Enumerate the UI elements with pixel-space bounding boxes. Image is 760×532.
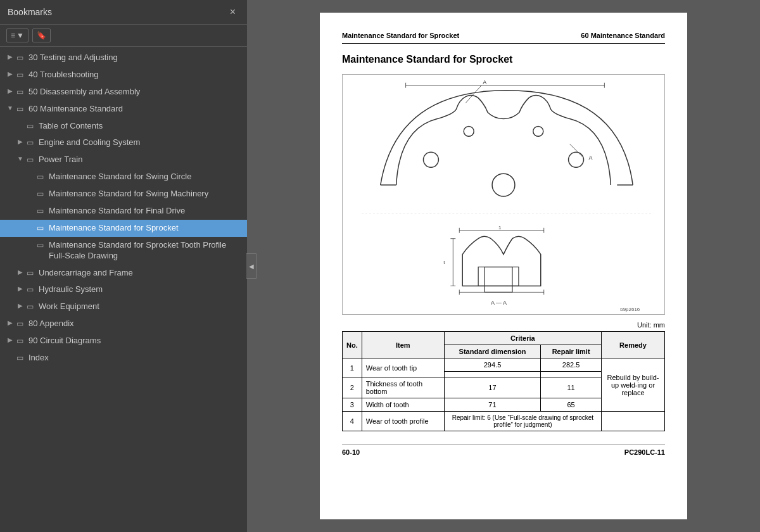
bookmark-view-button[interactable]: 🔖 (32, 28, 51, 42)
bookmark-icon-powertrain: ▭ (27, 155, 35, 164)
bookmarks-panel: Bookmarks × ≡ ▼ 🔖 ▭ 30 Testing and Adjus… (0, 0, 247, 532)
bookmark-icon-disassembly: ▭ (16, 87, 25, 96)
tree-item-label-finaldrive: Maintenance Standard for Final Drive (49, 206, 242, 217)
page-footer: 60-10 PC290LC-11 (342, 444, 665, 456)
expand-icon-circuits (5, 336, 15, 343)
row-std-3: 71 (444, 398, 541, 412)
page-document: Maintenance Standard for Sprocket 60 Mai… (320, 13, 687, 519)
close-button[interactable]: × (226, 5, 239, 19)
collapse-panel-button[interactable]: ◀ (246, 253, 256, 279)
row-remedy-1: Rebuild by build-up weld-ing or replace (602, 358, 665, 412)
bookmark-icon-swingcircle: ▭ (37, 172, 46, 181)
tree-item-testing[interactable]: ▭ 30 Testing and Adjusting (0, 49, 247, 66)
bookmark-icon-engine: ▭ (27, 138, 35, 147)
table-row: 1 Wear of tooth tip 294.5 282.5 Rebuild … (343, 358, 665, 372)
bookmark-icon-sprockettooth: ▭ (37, 241, 46, 250)
col-header-repair: Repair limit (541, 345, 602, 358)
bookmark-icon-index: ▭ (16, 353, 25, 362)
row-item-2: Thickness of tooth bottom (362, 377, 444, 398)
col-header-criteria: Criteria (444, 332, 601, 345)
tree-item-label-circuits: 90 Circuit Diagrams (28, 336, 242, 346)
tree-item-swingcircle[interactable]: ▭ Maintenance Standard for Swing Circle (0, 168, 247, 186)
tree-item-label-index: Index (28, 353, 242, 364)
col-header-no: No. (343, 332, 362, 358)
row-repair-1a: 282.5 (541, 358, 602, 372)
svg-text:A — A: A — A (491, 300, 507, 306)
tree-item-circuits[interactable]: ▭ 90 Circuit Diagrams (0, 332, 247, 350)
row-no-4: 4 (343, 412, 362, 431)
tree-item-label-powertrain: Power Train (39, 155, 242, 165)
tree-item-label-toc: Table of Contents (39, 121, 242, 132)
bookmark-icon-troubleshooting: ▭ (16, 70, 25, 79)
col-header-remedy: Remedy (602, 332, 665, 358)
svg-text:1: 1 (498, 225, 502, 231)
svg-point-3 (533, 126, 543, 136)
list-icon: ≡ (11, 31, 15, 40)
svg-text:A: A (483, 79, 486, 86)
svg-point-1 (569, 152, 584, 167)
tree-item-label-hydraulic: Hydraulic System (39, 284, 242, 295)
tree-item-label-disassembly: 50 Disassembly and Assembly (28, 87, 242, 98)
row-std-2: 17 (444, 377, 541, 398)
tree-item-label-swingcircle: Maintenance Standard for Swing Circle (49, 172, 242, 182)
tree-item-finaldrive[interactable]: ▭ Maintenance Standard for Final Drive (0, 203, 247, 220)
row-item-1: Wear of tooth tip (362, 358, 444, 377)
row-no-2: 2 (343, 377, 362, 398)
expand-icon-engine (15, 138, 25, 145)
tree-item-undercarriage[interactable]: ▭ Undercarriage and Frame (0, 265, 247, 282)
tree-item-maintenance60[interactable]: ▭ 60 Maintenance Standard (0, 101, 247, 118)
row-remedy-4 (602, 412, 665, 431)
expand-icon-powertrain (15, 155, 25, 162)
tree-item-hydraulic[interactable]: ▭ Hydraulic System (0, 281, 247, 298)
expand-icon-hydraulic (15, 285, 25, 292)
bookmark-icon-circuits: ▭ (16, 336, 25, 345)
svg-text:t: t (443, 260, 445, 265)
tree-item-label-swingmachinery: Maintenance Standard for Swing Machinery (49, 189, 242, 200)
panel-title: Bookmarks (8, 7, 52, 17)
svg-point-2 (464, 126, 474, 136)
tree-item-sprockettooth[interactable]: ▭ Maintenance Standard for Sprocket Toot… (0, 237, 247, 265)
bookmark-icon-undercarriage: ▭ (27, 269, 35, 277)
svg-point-0 (423, 152, 438, 167)
bookmark-icon-appendix: ▭ (16, 319, 25, 328)
panel-toolbar: ≡ ▼ 🔖 (0, 25, 247, 47)
tree-item-powertrain[interactable]: ▭ Power Train (0, 151, 247, 168)
tree-item-label-undercarriage: Undercarriage and Frame (39, 268, 242, 279)
row-repair-2: 11 (541, 377, 602, 398)
expand-icon-undercarriage (15, 269, 25, 276)
row-repair-3: 65 (541, 398, 602, 412)
svg-line-11 (570, 144, 583, 156)
expand-icon-troubleshooting (5, 70, 15, 77)
svg-point-4 (492, 174, 515, 196)
tree-item-disassembly[interactable]: ▭ 50 Disassembly and Assembly (0, 84, 247, 101)
bookmark-icon-sprocket: ▭ (37, 224, 46, 232)
row-item-4: Wear of tooth profile (362, 412, 444, 431)
tree-item-appendix[interactable]: ▭ 80 Appendix (0, 315, 247, 332)
expand-icon-maintenance60 (5, 104, 15, 111)
svg-rect-14 (484, 267, 512, 293)
tree-item-label-sprocket: Maintenance Standard for Sprocket (49, 223, 242, 234)
tree-item-index[interactable]: ▭ Index (0, 350, 247, 367)
bookmark-icon-maintenance60: ▭ (16, 104, 25, 113)
tree-item-label-troubleshooting: 40 Troubleshooting (28, 70, 242, 80)
bookmark-icon-finaldrive: ▭ (37, 206, 46, 215)
table-row: 4 Wear of tooth profile Repair limit: 6 … (343, 412, 665, 431)
tree-item-label-workequipment: Work Equipment (39, 301, 242, 312)
tree-item-troubleshooting[interactable]: ▭ 40 Troubleshooting (0, 66, 247, 84)
bookmark-icon-testing: ▭ (16, 53, 25, 62)
tree-item-swingmachinery[interactable]: ▭ Maintenance Standard for Swing Machine… (0, 186, 247, 203)
tree-item-engine[interactable]: ▭ Engine and Cooling System (0, 134, 247, 151)
tree-item-label-sprockettooth: Maintenance Standard for Sprocket Tooth … (49, 240, 242, 262)
page-scroll-container[interactable]: Maintenance Standard for Sprocket 60 Mai… (247, 0, 760, 532)
row-std-1b (444, 372, 541, 377)
list-view-button[interactable]: ≡ ▼ (6, 28, 28, 42)
bookmark-icon-workequipment: ▭ (27, 302, 35, 311)
tree-item-label-testing: 30 Testing and Adjusting (28, 53, 242, 63)
bookmark-icon-toc: ▭ (27, 122, 35, 130)
svg-text:A: A (588, 155, 592, 161)
tree-item-workequipment[interactable]: ▭ Work Equipment (0, 298, 247, 315)
col-header-std: Standard dimension (444, 345, 541, 358)
tree-item-label-engine: Engine and Cooling System (39, 137, 242, 148)
tree-item-sprocket[interactable]: ▭ Maintenance Standard for Sprocket (0, 220, 247, 237)
tree-item-toc[interactable]: ▭ Table of Contents (0, 118, 247, 135)
